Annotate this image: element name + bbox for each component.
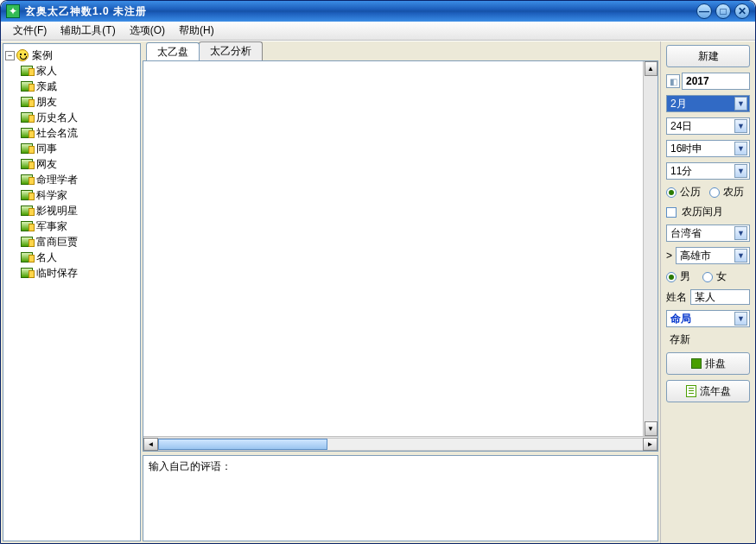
tree-item-label: 富商巨贾	[36, 235, 78, 250]
folder-icon	[21, 97, 33, 107]
tab-taiyi-pan[interactable]: 太乙盘	[146, 42, 200, 61]
tree-item[interactable]: 军事家	[5, 218, 138, 234]
tree-item-label: 历史名人	[36, 111, 78, 125]
folder-icon	[21, 206, 33, 216]
paipan-icon	[691, 358, 702, 369]
menu-tools[interactable]: 辅助工具(T)	[54, 22, 122, 40]
tree-item[interactable]: 同事	[5, 141, 138, 156]
tree-item[interactable]: 历史名人	[5, 110, 138, 125]
minimize-button[interactable]: —	[696, 3, 712, 19]
right-pane: 新建 ◧ 2017 2月▼ 24日▼ 16时申▼ 11分▼ 公历 农历	[660, 41, 755, 543]
chart-type-combo[interactable]: 命局▼	[666, 310, 750, 327]
scroll-thumb[interactable]	[158, 439, 327, 450]
folder-icon	[21, 237, 33, 247]
tree-item-label: 科学家	[36, 188, 67, 203]
tree-item[interactable]: 朋友	[5, 94, 138, 110]
radio-female[interactable]	[702, 272, 713, 282]
comment-label: 输入自己的评语：	[149, 460, 232, 472]
chevron-down-icon: ▼	[734, 97, 747, 111]
name-label: 姓名	[666, 290, 687, 305]
scroll-track[interactable]	[158, 438, 643, 451]
radio-solar[interactable]	[666, 187, 677, 198]
close-button[interactable]: ✕	[734, 3, 750, 19]
chevron-down-icon: ▼	[734, 312, 747, 326]
maximize-button[interactable]: □	[715, 3, 731, 19]
tree-item-label: 影视明星	[36, 204, 78, 218]
tree-item[interactable]: 网友	[5, 156, 138, 172]
chevron-down-icon: ▼	[734, 164, 747, 178]
scroll-left-arrow[interactable]: ◄	[143, 438, 158, 451]
tree-item-label: 命理学者	[36, 173, 78, 187]
radio-lunar[interactable]	[709, 187, 720, 198]
tree-item-label: 家人	[36, 64, 57, 79]
tree-item[interactable]: 临时保存	[5, 265, 138, 281]
tree-item-label: 临时保存	[36, 266, 78, 281]
tree-item[interactable]: 科学家	[5, 187, 138, 203]
chevron-down-icon: ▼	[734, 119, 747, 133]
tree-item[interactable]: 社会名流	[5, 125, 138, 141]
radio-male[interactable]	[666, 272, 677, 282]
tree-item[interactable]: 家人	[5, 63, 138, 79]
tree: − 案例 家人亲戚朋友历史名人社会名流同事网友命理学者科学家影视明星军事家富商巨…	[3, 44, 140, 284]
year-row: ◧ 2017	[666, 73, 750, 90]
check-lunar-leap[interactable]	[666, 207, 677, 218]
chevron-down-icon: ▼	[734, 226, 747, 240]
name-input[interactable]: 某人	[690, 289, 750, 305]
paipan-button[interactable]: 排盘	[666, 352, 750, 375]
comment-box[interactable]: 输入自己的评语：	[143, 455, 658, 541]
menubar: 文件(F) 辅助工具(T) 选项(O) 帮助(H)	[1, 22, 755, 41]
tree-item-label: 军事家	[36, 219, 67, 234]
tree-item[interactable]: 亲戚	[5, 79, 138, 94]
app-window: ✦ 玄奥太乙神数1.0 未注册 — □ ✕ 文件(F) 辅助工具(T) 选项(O…	[0, 0, 756, 544]
tree-item-label: 社会名流	[36, 126, 78, 141]
province-combo[interactable]: 台湾省▼	[666, 225, 750, 242]
year-box[interactable]: 2017	[682, 73, 750, 90]
calendar-icon[interactable]: ◧	[666, 74, 680, 88]
menu-file[interactable]: 文件(F)	[6, 22, 54, 40]
hour-combo[interactable]: 16时申▼	[666, 140, 750, 157]
tree-item[interactable]: 富商巨贾	[5, 234, 138, 250]
app-icon: ✦	[6, 4, 20, 18]
menu-options[interactable]: 选项(O)	[123, 22, 172, 40]
tree-root[interactable]: − 案例	[5, 47, 138, 63]
tree-pane[interactable]: − 案例 家人亲戚朋友历史名人社会名流同事网友命理学者科学家影视明星军事家富商巨…	[3, 43, 141, 541]
horizontal-scrollbar[interactable]: ◄ ►	[143, 436, 658, 451]
folder-icon	[21, 81, 33, 92]
liunian-button[interactable]: 流年盘	[666, 380, 750, 402]
folder-icon	[21, 128, 33, 138]
menu-help[interactable]: 帮助(H)	[172, 22, 221, 40]
tree-item[interactable]: 命理学者	[5, 172, 138, 187]
lunar-leap-row: 农历闰月	[666, 205, 750, 219]
scroll-right-arrow[interactable]: ►	[643, 438, 658, 451]
city-combo[interactable]: 高雄市▼	[676, 247, 750, 264]
scroll-down-arrow[interactable]: ▼	[645, 421, 658, 436]
tree-item-label: 亲戚	[36, 79, 57, 94]
tabstrip: 太乙盘 太乙分析	[143, 43, 658, 60]
tree-item[interactable]: 影视明星	[5, 203, 138, 218]
folder-icon	[21, 221, 33, 231]
tree-root-label: 案例	[32, 48, 53, 63]
minute-combo[interactable]: 11分▼	[666, 162, 750, 180]
text-area[interactable]	[143, 61, 658, 436]
center-pane: 太乙盘 太乙分析 ▲ ▼ ◄ ► 输入自己的评语：	[143, 43, 658, 541]
day-combo[interactable]: 24日▼	[666, 117, 750, 135]
tree-item-label: 名人	[36, 250, 57, 265]
collapse-icon[interactable]: −	[5, 51, 15, 60]
window-title: 玄奥太乙神数1.0 未注册	[25, 4, 693, 19]
tab-taiyi-analysis[interactable]: 太乙分析	[199, 41, 263, 60]
chevron-down-icon: ▼	[734, 142, 747, 155]
chevron-down-icon: ▼	[734, 249, 747, 263]
scroll-up-arrow[interactable]: ▲	[645, 61, 658, 76]
gender-radio-group: 男 女	[666, 269, 750, 284]
folder-icon	[21, 268, 33, 278]
save-new-label: 存新	[666, 332, 750, 347]
folder-icon	[21, 159, 33, 169]
new-button[interactable]: 新建	[666, 45, 750, 67]
tree-item-label: 朋友	[36, 95, 57, 110]
vertical-scrollbar[interactable]: ▲ ▼	[643, 61, 658, 436]
body: − 案例 家人亲戚朋友历史名人社会名流同事网友命理学者科学家影视明星军事家富商巨…	[1, 41, 755, 543]
month-combo[interactable]: 2月▼	[666, 95, 750, 112]
liunian-icon	[686, 385, 696, 397]
calendar-radio-group: 公历 农历	[666, 185, 750, 199]
tree-item[interactable]: 名人	[5, 250, 138, 265]
